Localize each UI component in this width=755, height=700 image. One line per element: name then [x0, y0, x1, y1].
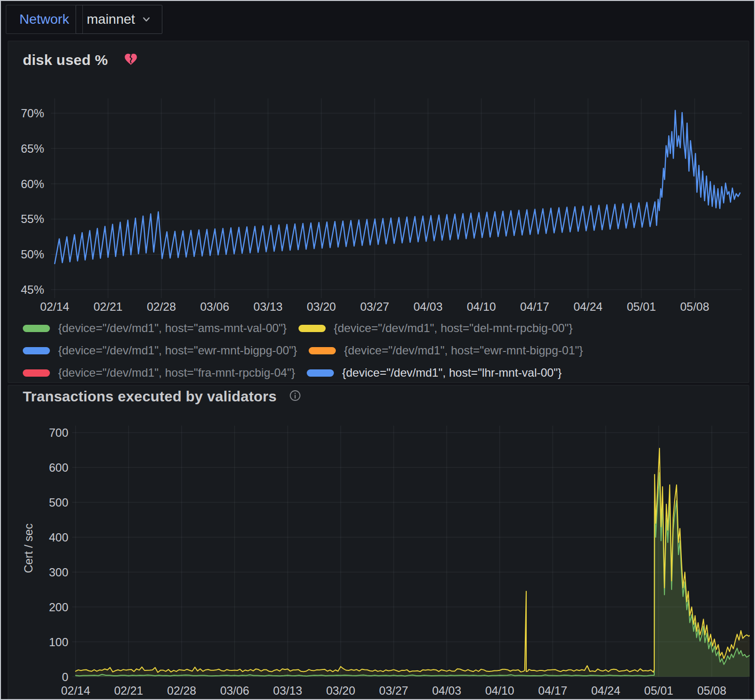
- variable-value-text: mainnet: [87, 12, 135, 27]
- legend-label: {device="/dev/md1", host="ewr-mnt-bigpg-…: [58, 344, 297, 357]
- legend-item[interactable]: {device="/dev/md1", host="ams-mnt-val-00…: [23, 321, 287, 335]
- svg-text:04/24: 04/24: [591, 684, 620, 697]
- svg-text:65%: 65%: [21, 142, 44, 155]
- svg-text:50%: 50%: [21, 248, 44, 261]
- y-axis-labels: 0100200300400500600700: [49, 426, 68, 684]
- grid: [72, 426, 748, 677]
- chevron-down-icon: [142, 15, 151, 24]
- svg-text:05/01: 05/01: [627, 300, 656, 313]
- variable-label-text: Network: [19, 12, 69, 27]
- panel-title: Transactions executed by validators: [23, 388, 277, 405]
- svg-text:03/20: 03/20: [307, 300, 336, 313]
- series-line-yellow: [76, 448, 750, 672]
- series-color-swatch: [23, 347, 50, 354]
- svg-text:04/03: 04/03: [432, 684, 461, 697]
- svg-text:03/13: 03/13: [273, 684, 302, 697]
- svg-text:03/20: 03/20: [326, 684, 355, 697]
- svg-text:04/24: 04/24: [573, 300, 602, 313]
- disk-used-legend: {device="/dev/md1", host="ams-mnt-val-00…: [23, 321, 643, 388]
- legend-label: {device="/dev/md1", host="del-mnt-rpcbig…: [334, 321, 573, 335]
- legend-item[interactable]: {device="/dev/md1", host="fra-mnt-rpcbig…: [23, 366, 295, 380]
- svg-text:05/01: 05/01: [644, 684, 673, 697]
- y-axis-labels: 45%50%55%60%65%70%: [21, 107, 44, 296]
- series-fill-green: [76, 473, 750, 677]
- svg-text:02/21: 02/21: [114, 684, 143, 697]
- legend-row: {device="/dev/md1", host="ams-mnt-val-00…: [23, 321, 643, 335]
- svg-text:500: 500: [49, 496, 68, 509]
- variable-value-dropdown[interactable]: mainnet: [76, 5, 162, 34]
- svg-text:04/03: 04/03: [413, 300, 442, 313]
- svg-text:03/06: 03/06: [200, 300, 229, 313]
- panel-transactions: Transactions executed by validators Cert…: [8, 385, 749, 700]
- disk-used-chart[interactable]: 45%50%55%60%65%70%02/1402/2102/2803/0603…: [8, 90, 750, 318]
- panel-title: disk used %: [23, 52, 108, 68]
- svg-text:04/10: 04/10: [467, 300, 496, 313]
- legend-label: {device="/dev/md1", host="lhr-mnt-val-00…: [342, 366, 562, 380]
- series-color-swatch: [299, 325, 326, 332]
- panel-disk-used: disk used % 45%50%55%60%65%70%02/1402/21…: [8, 41, 749, 383]
- svg-text:60%: 60%: [21, 177, 44, 191]
- legend-row: {device="/dev/md1", host="ewr-mnt-bigpg-…: [23, 343, 643, 358]
- legend-item[interactable]: {device="/dev/md1", host="ewr-mnt-bigpg-…: [23, 344, 297, 357]
- svg-text:600: 600: [49, 461, 68, 474]
- legend-label: {device="/dev/md1", host="ams-mnt-val-00…: [58, 321, 287, 335]
- legend-label: {device="/dev/md1", host="fra-mnt-rpcbig…: [58, 366, 295, 380]
- svg-text:04/17: 04/17: [538, 684, 567, 697]
- svg-text:03/13: 03/13: [253, 300, 283, 313]
- svg-text:02/14: 02/14: [61, 684, 90, 697]
- variable-label: Network: [6, 5, 83, 34]
- legend-row: {device="/dev/md1", host="fra-mnt-rpcbig…: [23, 366, 643, 380]
- series-line-{device="/dev/md1", host="lhr-mnt-val-00"}: [55, 111, 740, 264]
- svg-text:45%: 45%: [21, 283, 44, 296]
- svg-text:02/28: 02/28: [167, 684, 196, 697]
- legend-item[interactable]: {device="/dev/md1", host="ewr-mnt-bigpg-…: [309, 344, 583, 357]
- grid: [51, 98, 742, 298]
- series-color-swatch: [23, 325, 50, 332]
- series-fill-yellow: [76, 448, 750, 677]
- svg-text:70%: 70%: [21, 107, 44, 120]
- alert-heart-break-icon[interactable]: [124, 52, 138, 68]
- svg-text:700: 700: [49, 426, 68, 439]
- svg-text:04/17: 04/17: [520, 300, 549, 313]
- svg-text:0: 0: [62, 670, 68, 684]
- svg-text:200: 200: [49, 601, 68, 614]
- svg-text:55%: 55%: [21, 212, 44, 225]
- x-axis-labels: 02/1402/2102/2803/0603/1303/2003/2704/03…: [40, 300, 709, 313]
- legend-label: {device="/dev/md1", host="ewr-mnt-bigpg-…: [344, 344, 583, 357]
- svg-text:02/21: 02/21: [94, 300, 123, 313]
- svg-text:02/14: 02/14: [40, 300, 69, 313]
- panel-disk-header[interactable]: disk used %: [23, 52, 138, 68]
- legend-item[interactable]: {device="/dev/md1", host="del-mnt-rpcbig…: [299, 321, 573, 335]
- svg-text:04/10: 04/10: [485, 684, 514, 697]
- dashboard-submenu: Network mainnet: [1, 1, 754, 39]
- svg-text:03/06: 03/06: [220, 684, 249, 697]
- transactions-chart[interactable]: 010020030040050060070002/1402/2102/2803/…: [8, 418, 750, 700]
- svg-text:05/08: 05/08: [697, 684, 726, 697]
- series-color-swatch: [23, 369, 50, 377]
- series-line-green: [76, 473, 750, 676]
- series-color-swatch: [307, 369, 334, 377]
- legend-item[interactable]: {device="/dev/md1", host="lhr-mnt-val-00…: [307, 366, 562, 380]
- x-axis-labels: 02/1402/2102/2803/0603/1303/2003/2704/03…: [61, 684, 726, 697]
- svg-text:05/08: 05/08: [680, 300, 709, 313]
- series-color-swatch: [309, 347, 336, 354]
- svg-text:03/27: 03/27: [360, 300, 389, 313]
- svg-text:02/28: 02/28: [147, 300, 176, 313]
- info-circle-icon[interactable]: [289, 390, 301, 403]
- svg-text:03/27: 03/27: [379, 684, 408, 697]
- svg-text:300: 300: [49, 566, 68, 579]
- svg-text:400: 400: [49, 531, 68, 544]
- svg-text:100: 100: [49, 636, 68, 649]
- dashboard: Network mainnet disk used % 45%50%55%60%…: [0, 0, 755, 700]
- panel-tx-header[interactable]: Transactions executed by validators: [23, 388, 301, 405]
